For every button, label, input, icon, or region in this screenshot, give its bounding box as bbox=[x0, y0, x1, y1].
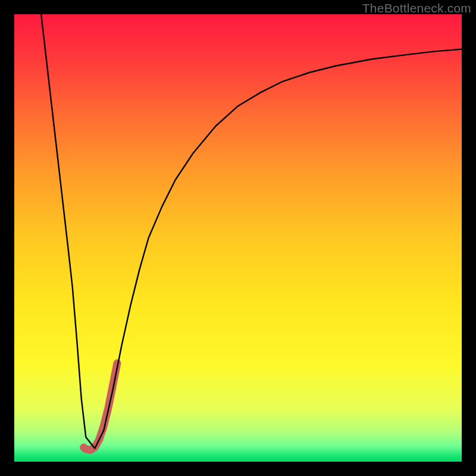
svg-rect-0 bbox=[14, 14, 462, 462]
chart-frame: TheBottleneck.com bbox=[0, 0, 476, 476]
watermark-text: TheBottleneck.com bbox=[362, 1, 471, 15]
plot-area bbox=[14, 14, 462, 462]
gradient-background bbox=[14, 14, 462, 462]
